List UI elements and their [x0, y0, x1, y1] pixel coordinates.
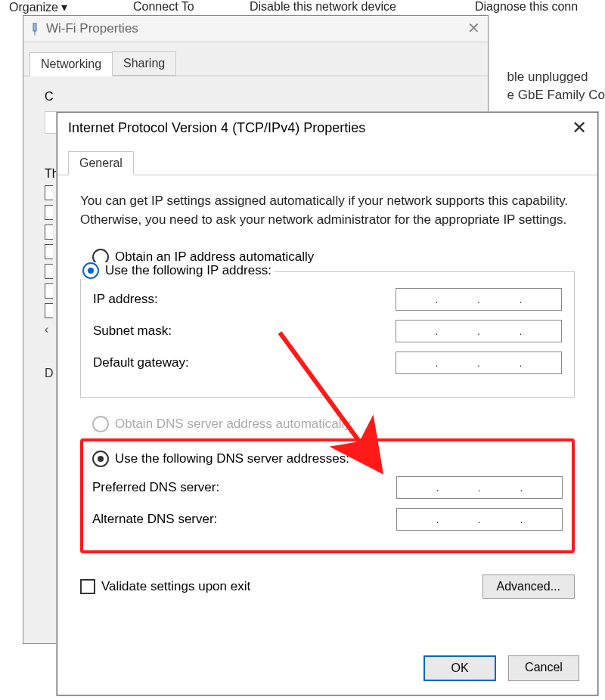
bottom-options-row: Validate settings upon exit Advanced...: [80, 575, 575, 599]
radio-label: Obtain DNS server address automatically: [115, 417, 351, 432]
menu-organize[interactable]: Organize ▾: [9, 0, 67, 14]
radio-label: Use the following DNS server addresses:: [115, 451, 349, 466]
field-default-gateway: Default gateway: ...: [93, 352, 562, 374]
ipv4-content: You can get IP settings assigned automat…: [57, 175, 597, 609]
radio-obtain-dns-auto: Obtain DNS server address automatically: [92, 416, 575, 432]
input-ip-address[interactable]: ...: [396, 288, 562, 311]
tab-networking[interactable]: Networking: [29, 52, 113, 76]
ip-address-group: Use the following IP address: IP address…: [80, 271, 575, 398]
close-icon[interactable]: ✕: [572, 117, 587, 138]
ipv4-properties-window: Internet Protocol Version 4 (TCP/IPv4) P…: [57, 112, 598, 695]
wifi-tabs: Networking Sharing: [23, 42, 488, 76]
ipv4-description: You can get IP settings assigned automat…: [80, 192, 575, 229]
cancel-button[interactable]: Cancel: [508, 655, 579, 681]
connect-using-label: C: [45, 90, 467, 104]
ipv4-tabs: General: [57, 143, 597, 175]
tab-general[interactable]: General: [68, 151, 134, 175]
radio-icon[interactable]: [92, 451, 109, 467]
list-item: [45, 185, 53, 200]
status-line-1: ble unplugged: [507, 68, 605, 86]
label-subnet-mask: Subnet mask:: [93, 324, 172, 339]
checkbox-label: Validate settings upon exit: [101, 579, 250, 594]
list-item: [45, 225, 53, 240]
menu-disable-device[interactable]: Disable this network device: [250, 0, 396, 14]
list-item: [45, 244, 53, 259]
label-preferred-dns: Preferred DNS server:: [92, 480, 219, 495]
dns-highlight-box: Use the following DNS server addresses: …: [80, 438, 575, 553]
field-subnet-mask: Subnet mask: ...: [93, 320, 562, 342]
svg-rect-0: [33, 23, 36, 31]
close-icon[interactable]: ✕: [467, 19, 480, 37]
list-item: [45, 283, 53, 299]
wifi-adapter-icon: [29, 22, 40, 36]
field-alternate-dns: Alternate DNS server: ...: [92, 508, 563, 531]
list-item: [45, 303, 53, 318]
wifi-window-title: Wi-Fi Properties: [46, 21, 138, 36]
input-default-gateway[interactable]: ...: [396, 352, 562, 374]
radio-use-ip[interactable]: Use the following IP address:: [79, 262, 275, 279]
field-ip-address: IP address: ...: [93, 288, 562, 311]
radio-icon: [92, 416, 109, 432]
label-ip-address: IP address:: [93, 292, 158, 307]
adapter-status-fragment: ble unplugged e GbE Family Co: [507, 68, 605, 104]
input-subnet-mask[interactable]: ...: [396, 320, 562, 342]
input-alternate-dns[interactable]: ...: [396, 508, 563, 531]
dialog-buttons: OK Cancel: [424, 655, 579, 681]
tab-sharing[interactable]: Sharing: [112, 51, 176, 76]
radio-use-dns[interactable]: Use the following DNS server addresses:: [92, 451, 563, 467]
ipv4-window-title: Internet Protocol Version 4 (TCP/IPv4) P…: [68, 120, 365, 136]
list-item: [45, 264, 53, 279]
label-alternate-dns: Alternate DNS server:: [92, 512, 217, 527]
checkbox-icon[interactable]: [80, 579, 95, 594]
wifi-titlebar: Wi-Fi Properties ✕: [23, 16, 488, 42]
field-preferred-dns: Preferred DNS server: ...: [92, 476, 563, 499]
ok-button[interactable]: OK: [424, 655, 496, 681]
radio-label: Use the following IP address:: [105, 263, 271, 278]
input-preferred-dns[interactable]: ...: [396, 476, 563, 499]
menu-diagnose[interactable]: Diagnose this conn: [475, 0, 578, 14]
radio-icon[interactable]: [82, 262, 99, 279]
menu-connect-to[interactable]: Connect To: [133, 0, 194, 14]
explorer-toolbar: Organize ▾ Connect To Disable this netwo…: [0, 0, 605, 17]
ipv4-titlebar: Internet Protocol Version 4 (TCP/IPv4) P…: [57, 113, 597, 143]
advanced-button[interactable]: Advanced...: [482, 575, 576, 599]
label-default-gateway: Default gateway:: [93, 355, 189, 370]
status-line-2: e GbE Family Co: [507, 86, 605, 104]
list-item: [45, 205, 53, 220]
checkbox-validate-settings[interactable]: Validate settings upon exit: [80, 579, 250, 594]
